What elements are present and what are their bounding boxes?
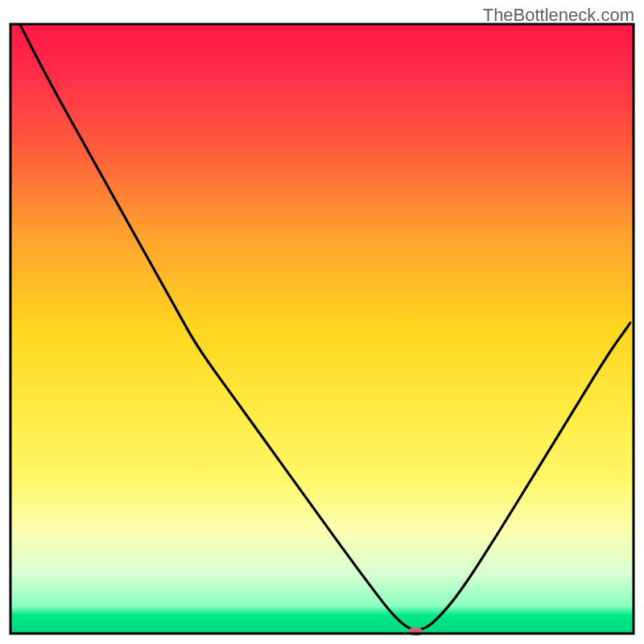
watermark-text: TheBottleneck.com <box>483 5 634 26</box>
chart-svg <box>0 0 644 644</box>
gradient-background <box>10 24 634 634</box>
plot-area <box>10 24 634 635</box>
bottleneck-chart: TheBottleneck.com <box>0 0 644 644</box>
